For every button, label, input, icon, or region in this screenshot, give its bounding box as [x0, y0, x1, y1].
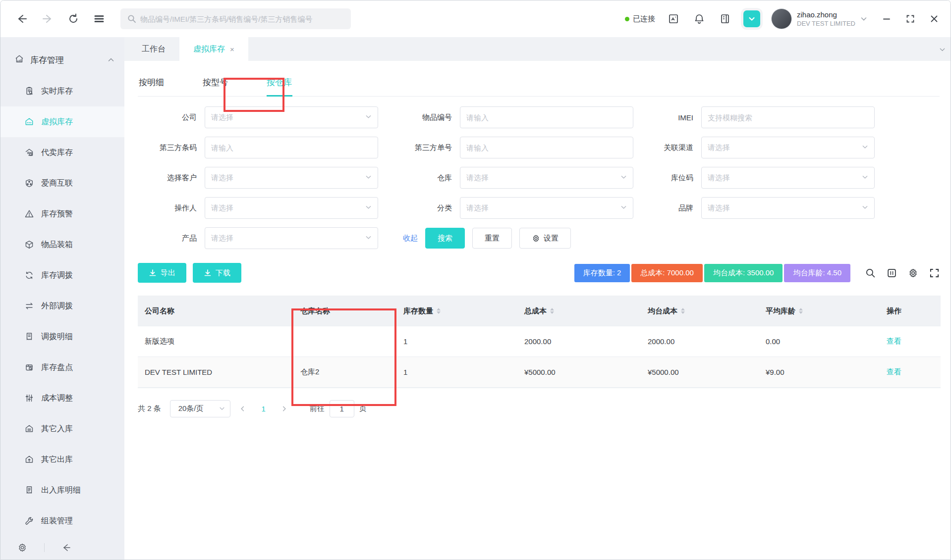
page-size-select[interactable]: 20条/页: [170, 400, 230, 417]
sort-caret-icon[interactable]: [550, 308, 554, 314]
filter-select[interactable]: 请选择: [205, 197, 378, 219]
filter-input[interactable]: [205, 137, 378, 158]
stock-transfer-icon: [24, 270, 34, 280]
table-search-icon[interactable]: [865, 268, 876, 278]
chevron-down-icon: [365, 204, 372, 212]
filter-text-input[interactable]: [211, 144, 372, 152]
table-density-icon[interactable]: [887, 268, 897, 278]
refresh-icon[interactable]: [65, 10, 82, 27]
filter-label: 库位码: [634, 173, 701, 183]
page-number-1[interactable]: 1: [255, 405, 272, 413]
subtab-by-detail[interactable]: 按明细: [138, 73, 165, 96]
close-button[interactable]: [929, 13, 940, 24]
sidebar-item-12[interactable]: 其它出库: [0, 444, 124, 475]
menu-icon[interactable]: [91, 10, 108, 27]
column-header-5[interactable]: 平均库龄: [759, 296, 880, 326]
minimize-button[interactable]: [881, 13, 892, 24]
column-header-2[interactable]: 库存数量: [396, 296, 517, 326]
filter-select[interactable]: 请选择: [701, 197, 875, 219]
view-subtabs: 按明细 按型号 按仓库: [138, 61, 940, 97]
view-link[interactable]: 查看: [887, 367, 901, 377]
sidebar-item-2[interactable]: 代卖库存: [0, 137, 124, 168]
search-button[interactable]: 搜索: [425, 228, 465, 249]
workspace-check-icon[interactable]: [743, 10, 760, 27]
sidebar-item-6[interactable]: 库存调拨: [0, 260, 124, 291]
filter-text-input[interactable]: [466, 113, 627, 122]
user-company: DEV TEST LIMITED: [797, 20, 855, 27]
column-label: 公司名称: [145, 306, 174, 316]
tab-bar: 工作台 虚拟库存 ×: [124, 37, 951, 61]
close-tab-icon[interactable]: ×: [230, 45, 234, 53]
filter-select[interactable]: 请选择: [701, 167, 875, 189]
sidebar-item-5[interactable]: 物品装箱: [0, 229, 124, 260]
filter-select[interactable]: 请选择: [205, 167, 378, 189]
notifications-bell-icon[interactable]: [692, 11, 707, 26]
filter-text-input[interactable]: [466, 144, 627, 152]
download-button[interactable]: 下载: [193, 263, 241, 283]
sidebar-group-inventory[interactable]: 库存管理: [0, 44, 124, 76]
column-header-4[interactable]: 均台成本: [641, 296, 759, 326]
filter-select[interactable]: 请选择: [460, 197, 633, 219]
sort-caret-icon[interactable]: [437, 308, 441, 314]
chevron-down-icon: [620, 174, 627, 182]
maximize-button[interactable]: [905, 13, 916, 24]
sidebar-panel-icon[interactable]: [718, 11, 732, 26]
filter-input[interactable]: [701, 106, 875, 128]
filter-select[interactable]: 请选择: [460, 167, 633, 189]
collapse-filters-link[interactable]: 收起: [403, 234, 418, 243]
table-fullscreen-icon[interactable]: [929, 268, 940, 278]
scale-icon[interactable]: [666, 11, 681, 26]
view-link[interactable]: 查看: [887, 337, 901, 346]
goto-page-input[interactable]: [330, 400, 354, 417]
item-packing-icon: [24, 240, 34, 250]
tab-virtual-stock[interactable]: 虚拟库存 ×: [179, 37, 248, 61]
filter-label: 分类: [393, 204, 460, 213]
collapse-sidebar-icon[interactable]: [61, 543, 71, 553]
sort-caret-icon[interactable]: [681, 308, 685, 314]
sidebar-item-11[interactable]: 其它入库: [0, 413, 124, 444]
sidebar-item-8[interactable]: 调拨明细: [0, 321, 124, 352]
sort-caret-icon[interactable]: [799, 308, 803, 314]
global-search-input[interactable]: [140, 15, 344, 23]
filter-input[interactable]: [460, 137, 633, 158]
sidebar-item-1[interactable]: 虚拟库存: [0, 106, 124, 137]
export-button[interactable]: 导出: [138, 263, 186, 283]
subtab-by-model[interactable]: 按型号: [202, 73, 229, 96]
filter-item-12: 产品请选择: [138, 227, 393, 249]
column-label: 仓库名称: [300, 306, 330, 316]
sidebar-item-10[interactable]: 成本调整: [0, 383, 124, 413]
filter-item-5: 关联渠道请选择: [634, 137, 876, 158]
filter-select[interactable]: 请选择: [205, 106, 378, 128]
sidebar-item-4[interactable]: 库存预警: [0, 199, 124, 229]
column-header-3[interactable]: 总成本: [517, 296, 641, 326]
virtual-stock-icon: [24, 117, 34, 127]
column-header-6: 操作: [880, 296, 941, 326]
filter-text-input[interactable]: [708, 113, 868, 122]
reset-button[interactable]: 重置: [472, 228, 512, 249]
user-menu[interactable]: zihao.zhong DEV TEST LIMITED: [771, 8, 867, 29]
filter-form: 公司请选择物品编号IMEI第三方条码第三方单号关联渠道请选择选择客户请选择仓库请…: [138, 97, 940, 249]
goto-label: 前往: [310, 404, 325, 413]
sidebar-item-9[interactable]: 库存盘点: [0, 352, 124, 383]
subtab-by-warehouse[interactable]: 按仓库: [266, 73, 293, 96]
tab-workbench[interactable]: 工作台: [128, 37, 179, 61]
ishop-connect-icon: [24, 178, 34, 188]
prev-page-icon[interactable]: [234, 401, 251, 417]
sidebar-item-0[interactable]: 实时库存: [0, 76, 124, 106]
forward-icon[interactable]: [39, 10, 56, 27]
filter-input[interactable]: [460, 106, 633, 128]
global-search[interactable]: [120, 8, 351, 29]
back-icon[interactable]: [13, 10, 30, 27]
sidebar-item-13[interactable]: 出入库明细: [0, 475, 124, 506]
table-cell: ¥5000.00: [517, 357, 641, 387]
sidebar-item-3[interactable]: 爱商互联: [0, 168, 124, 199]
next-page-icon[interactable]: [276, 401, 293, 417]
settings-gear-icon[interactable]: [17, 543, 27, 553]
settings-button[interactable]: 设置: [519, 228, 571, 249]
filter-select[interactable]: 请选择: [205, 227, 378, 249]
sidebar-item-7[interactable]: 外部调拨: [0, 291, 124, 321]
sidebar-item-14[interactable]: 组装管理: [0, 506, 124, 536]
filter-select[interactable]: 请选择: [701, 137, 875, 158]
table-settings-gear-icon[interactable]: [908, 268, 918, 278]
tabbar-chevron-down-icon[interactable]: [939, 47, 946, 54]
